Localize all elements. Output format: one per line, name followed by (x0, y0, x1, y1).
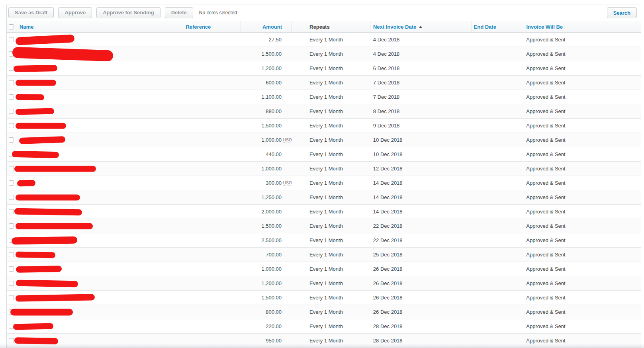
row-checkbox[interactable] (9, 137, 14, 143)
reference-cell (183, 190, 241, 204)
amount-cell: 1,000.00 USD (241, 133, 292, 147)
repeats-cell: Every 1 Month (292, 33, 370, 47)
reference-cell (183, 133, 241, 147)
row-checkbox[interactable] (9, 37, 14, 42)
row-checkbox-cell (7, 76, 16, 90)
row-checkbox[interactable] (9, 94, 14, 100)
row-checkbox[interactable] (9, 209, 14, 214)
delete-button[interactable]: Delete (165, 7, 193, 18)
end-date-cell (472, 262, 525, 276)
approve-button[interactable]: Approve (58, 7, 92, 18)
row-checkbox[interactable] (9, 338, 14, 343)
row-checkbox[interactable] (9, 123, 14, 128)
row-checkbox[interactable] (9, 166, 14, 171)
redacted-name-scribble (14, 65, 57, 72)
currency-label: USD (282, 138, 292, 142)
row-checkbox[interactable] (9, 180, 14, 186)
row-spacer-cell (629, 205, 641, 219)
row-spacer-cell (629, 133, 641, 147)
amount-value: 440.00 (241, 151, 282, 157)
invoice-will-be-cell: Approved & Sent (524, 248, 629, 262)
redacted-name-scribble (16, 251, 55, 258)
row-checkbox[interactable] (9, 281, 14, 286)
save-as-draft-button[interactable]: Save as Draft (8, 7, 54, 18)
row-spacer-cell (629, 104, 641, 118)
table-row[interactable]: 1,500.00 Every 1 Month 9 Dec 2018 Approv… (7, 119, 641, 133)
select-all-checkbox[interactable] (9, 24, 14, 29)
reference-cell (183, 90, 241, 104)
redacted-name-scribble (16, 123, 66, 129)
next-invoice-date-cell: 26 Dec 2018 (370, 291, 472, 305)
column-header-end-date[interactable]: End Date (472, 21, 525, 32)
amount-cell: 440.00 (241, 147, 292, 161)
repeats-cell: Every 1 Month (292, 262, 370, 276)
table-row[interactable]: 600.00 Every 1 Month 7 Dec 2018 Approved… (7, 76, 641, 90)
table-row[interactable]: 1,250.00 Every 1 Month 14 Dec 2018 Appro… (7, 190, 641, 205)
table-row[interactable]: 220.00 Every 1 Month 28 Dec 2018 Approve… (7, 319, 641, 334)
amount-cell: 1,200.00 (241, 61, 292, 75)
reference-cell (183, 276, 241, 290)
next-invoice-date-cell: 6 Dec 2018 (370, 61, 472, 75)
amount-value: 1,250.00 (241, 194, 282, 200)
column-header-next-invoice-date[interactable]: Next Invoice Date (370, 21, 472, 32)
amount-value: 880.00 (241, 108, 282, 114)
next-invoice-date-cell: 26 Dec 2018 (370, 276, 472, 290)
end-date-cell (472, 233, 525, 247)
table-row[interactable]: 1,500.00 Every 1 Month 26 Dec 2018 Appro… (7, 291, 641, 305)
column-header-amount[interactable]: Amount (241, 21, 292, 32)
column-header-name[interactable]: Name (16, 21, 183, 32)
approve-for-sending-button[interactable]: Approve for Sending (96, 7, 161, 18)
redacted-name-scribble (13, 323, 53, 330)
table-row[interactable]: 1,000.00 Every 1 Month 26 Dec 2018 Appro… (7, 262, 641, 276)
table-row[interactable]: 300.00 USD Every 1 Month 14 Dec 2018 App… (7, 176, 641, 190)
amount-value: 1,500.00 (241, 123, 282, 129)
redacted-name-scribble (16, 223, 93, 229)
search-button[interactable]: Search (607, 7, 637, 18)
repeats-cell: Every 1 Month (292, 162, 370, 176)
invoice-will-be-cell: Approved & Sent (524, 233, 629, 247)
row-checkbox[interactable] (9, 80, 14, 85)
repeats-cell: Every 1 Month (292, 104, 370, 118)
table-row[interactable]: 1,000.00 USD Every 1 Month 10 Dec 2018 A… (7, 133, 641, 147)
table-row[interactable]: 800.00 Every 1 Month 26 Dec 2018 Approve… (7, 305, 641, 319)
invoice-will-be-cell: Approved & Sent (524, 219, 629, 233)
table-row[interactable]: 1,100.00 Every 1 Month 7 Dec 2018 Approv… (7, 90, 641, 104)
amount-value: 1,000.00 (241, 266, 282, 272)
next-invoice-date-cell: 8 Dec 2018 (370, 104, 472, 118)
table-row[interactable]: 27.50 Every 1 Month 4 Dec 2018 Approved … (7, 33, 641, 47)
table-row[interactable]: 2,000.00 Every 1 Month 14 Dec 2018 Appro… (7, 205, 641, 219)
column-header-reference[interactable]: Reference (183, 21, 241, 32)
repeats-cell: Every 1 Month (292, 233, 370, 247)
next-invoice-date-cell: 10 Dec 2018 (370, 133, 472, 147)
row-checkbox[interactable] (9, 195, 14, 200)
end-date-cell (472, 305, 525, 319)
next-invoice-date-cell: 22 Dec 2018 (370, 233, 472, 247)
row-checkbox[interactable] (9, 266, 14, 272)
table-row[interactable]: 1,200.00 Every 1 Month 26 Dec 2018 Appro… (7, 276, 641, 291)
row-checkbox-cell (7, 262, 16, 276)
invoice-will-be-cell: Approved & Sent (524, 276, 629, 290)
row-checkbox[interactable] (9, 109, 14, 114)
row-checkbox[interactable] (9, 252, 14, 257)
repeats-cell: Every 1 Month (292, 133, 370, 147)
table-row[interactable]: 1,000.00 Every 1 Month 12 Dec 2018 Appro… (7, 162, 641, 176)
amount-cell: 700.00 (241, 248, 292, 262)
table-row[interactable]: 880.00 Every 1 Month 8 Dec 2018 Approved… (7, 104, 641, 119)
table-row[interactable]: 1,200.00 Every 1 Month 6 Dec 2018 Approv… (7, 61, 641, 76)
table-row[interactable]: 440.00 Every 1 Month 10 Dec 2018 Approve… (7, 147, 641, 162)
row-checkbox[interactable] (9, 223, 14, 229)
amount-value: 600.00 (241, 80, 282, 86)
table-row[interactable]: 950.00 Every 1 Month 28 Dec 2018 Approve… (7, 334, 641, 348)
column-header-invoice-will-be[interactable]: Invoice Will Be (524, 21, 629, 32)
table-row[interactable]: 2,500.00 Every 1 Month 22 Dec 2018 Appro… (7, 233, 641, 248)
column-header-repeats[interactable]: Repeats (292, 21, 370, 32)
reference-cell (183, 248, 241, 262)
redacted-name-scribble (12, 236, 77, 244)
table-row[interactable]: 700.00 Every 1 Month 25 Dec 2018 Approve… (7, 248, 641, 262)
row-checkbox[interactable] (9, 295, 14, 300)
amount-value: 1,100.00 (241, 94, 282, 100)
table-row[interactable]: 1,500.00 Every 1 Month 22 Dec 2018 Appro… (7, 219, 641, 233)
table-row[interactable]: 1,500.00 Every 1 Month 4 Dec 2018 Approv… (7, 47, 641, 61)
row-spacer-cell (629, 334, 641, 348)
next-invoice-date-cell: 28 Dec 2018 (370, 334, 472, 348)
